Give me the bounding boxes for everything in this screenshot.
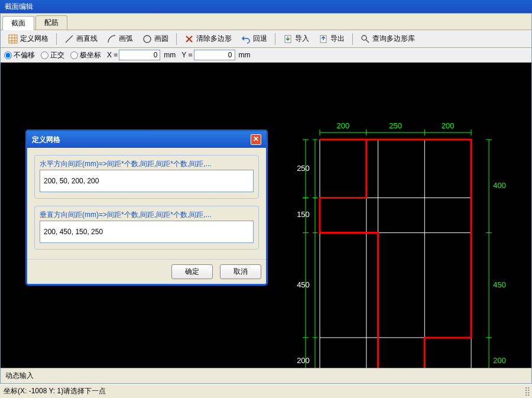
dynamic-input-bar[interactable]: 动态输入 (1, 368, 531, 383)
draw-arc-button[interactable]: 画弧 (103, 32, 137, 46)
close-icon[interactable]: ✕ (251, 134, 261, 145)
radio-polar[interactable]: 极坐标 (70, 50, 101, 60)
svg-point-11 (362, 35, 366, 40)
tab-strip: 截面 配筋 (1, 14, 531, 30)
svg-text:150: 150 (297, 210, 310, 219)
svg-text:200: 200 (337, 121, 350, 130)
radio-ortho[interactable]: 正交 (41, 50, 64, 60)
drawing-canvas[interactable]: 2002502004004502002501504502002005020020… (1, 63, 531, 368)
dialog-titlebar[interactable]: 定义网格 ✕ (27, 131, 266, 148)
search-icon (361, 34, 370, 44)
y-label: Y = (181, 51, 192, 59)
svg-text:200: 200 (297, 356, 310, 365)
svg-line-5 (66, 35, 73, 43)
cancel-button[interactable]: 取消 (220, 264, 261, 279)
svg-text:400: 400 (493, 181, 506, 190)
window-titlebar: 截面编辑 (0, 0, 532, 13)
line-icon (64, 34, 74, 44)
app-client: 截面 配筋 定义网格 画直线 画弧 画圆 清除多边形 回退 (0, 13, 532, 384)
x-input[interactable] (119, 50, 160, 60)
export-icon (319, 34, 328, 44)
y-input[interactable] (194, 50, 235, 60)
query-library-button[interactable]: 查询多边形库 (356, 32, 419, 46)
import-button[interactable]: 导入 (279, 32, 313, 46)
import-icon (283, 34, 293, 44)
v-spacing-group: 垂直方向间距(mm)=>间距*个数,间距,间距*个数,间距,... (34, 206, 259, 250)
x-unit: mm (164, 51, 176, 59)
x-label: X = (107, 51, 118, 59)
undo-icon (241, 34, 251, 44)
toolbar: 定义网格 画直线 画弧 画圆 清除多边形 回退 导入 (1, 30, 531, 48)
status-text: 坐标(X: -1008 Y: 1)请选择下一点 (4, 386, 106, 396)
window-title: 截面编辑 (5, 2, 33, 12)
status-bar: 坐标(X: -1008 Y: 1)请选择下一点 ⣿ (0, 384, 532, 398)
svg-rect-0 (9, 35, 17, 43)
tab-rebar[interactable]: 配筋 (35, 15, 67, 30)
svg-text:450: 450 (297, 280, 310, 289)
draw-circle-button[interactable]: 画圆 (138, 32, 173, 46)
dialog-title: 定义网格 (32, 135, 60, 145)
delete-icon (184, 34, 194, 44)
circle-icon (142, 34, 152, 44)
export-button[interactable]: 导出 (314, 32, 349, 46)
undo-button[interactable]: 回退 (237, 32, 271, 46)
svg-text:250: 250 (297, 164, 310, 173)
define-grid-dialog: 定义网格 ✕ 水平方向间距(mm)=>间距*个数,间距,间距*个数,间距,...… (25, 130, 268, 286)
tab-section[interactable]: 截面 (2, 16, 34, 30)
h-spacing-label: 水平方向间距(mm)=>间距*个数,间距,间距*个数,间距,... (40, 159, 212, 169)
svg-line-12 (366, 40, 369, 43)
v-spacing-input[interactable] (40, 221, 254, 243)
ok-button[interactable]: 确定 (171, 264, 213, 279)
radio-no-offset[interactable]: 不偏移 (4, 50, 35, 60)
svg-point-6 (144, 35, 151, 43)
h-spacing-group: 水平方向间距(mm)=>间距*个数,间距,间距*个数,间距,... (34, 155, 259, 199)
arc-icon (107, 34, 116, 44)
draw-line-button[interactable]: 画直线 (60, 32, 102, 46)
grid-icon (8, 34, 18, 44)
define-grid-button[interactable]: 定义网格 (4, 32, 53, 46)
svg-text:450: 450 (493, 280, 506, 289)
svg-text:200: 200 (493, 356, 506, 365)
h-spacing-input[interactable] (40, 170, 254, 192)
resize-grip-icon[interactable]: ⣿ (524, 386, 528, 396)
v-spacing-label: 垂直方向间距(mm)=>间距*个数,间距,间距*个数,间距,... (40, 210, 212, 220)
svg-text:200: 200 (442, 121, 455, 130)
svg-text:250: 250 (389, 121, 402, 130)
y-unit: mm (239, 51, 251, 59)
option-bar: 不偏移 正交 极坐标 X = mm Y = mm (1, 48, 531, 63)
clear-polygon-button[interactable]: 清除多边形 (180, 32, 236, 46)
